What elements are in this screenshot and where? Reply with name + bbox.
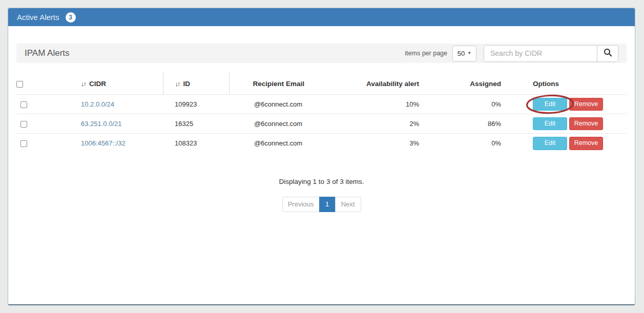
remove-button[interactable]: Remove [569, 98, 603, 111]
alert-count-badge: 3 [66, 12, 76, 23]
items-per-page-select[interactable]: 50 ▼ [452, 46, 476, 61]
cidr-link[interactable]: 63.251.0.0/21 [81, 120, 122, 128]
id-cell: 108323 [163, 134, 229, 153]
pagination-summary: Displaying 1 to 3 of 3 items. [16, 178, 627, 185]
id-cell: 109923 [163, 95, 229, 114]
pagination-next[interactable]: Next [335, 197, 361, 212]
availability-cell: 3% [328, 134, 425, 153]
search-icon [604, 48, 612, 58]
cidr-link[interactable]: 10.2.0.0/24 [81, 100, 114, 108]
alerts-table: ↓↑CIDR ↓↑ID Recipient Email Availability… [16, 72, 627, 153]
edit-button[interactable]: Edit [533, 117, 567, 131]
email-cell: @6connect.com [229, 134, 328, 153]
column-header-availability: Availability alert [328, 72, 425, 95]
search-group [484, 45, 618, 62]
items-per-page-value: 50 [458, 50, 465, 57]
search-button[interactable] [597, 46, 618, 61]
assigned-cell: 0% [425, 95, 505, 114]
panel-title: Active Alerts [17, 13, 59, 22]
cidr-link[interactable]: 1006:4567::/32 [81, 139, 126, 147]
sort-icon[interactable]: ↓↑ [175, 80, 180, 88]
column-header-assigned: Assigned [425, 72, 505, 95]
table-row: 63.251.0.0/21 16325 @6connect.com 2% 86%… [16, 114, 627, 134]
table-header-row: ↓↑CIDR ↓↑ID Recipient Email Availability… [16, 72, 627, 95]
id-cell: 16325 [163, 114, 229, 134]
table-row: 10.2.0.0/24 109923 @6connect.com 10% 0% … [16, 95, 627, 114]
row-checkbox[interactable] [20, 101, 27, 108]
pagination-group: Previous 1 Next [282, 197, 361, 212]
table-row: 1006:4567::/32 108323 @6connect.com 3% 0… [16, 134, 627, 153]
section-title: IPAM Alerts [25, 48, 70, 58]
select-all-checkbox[interactable] [16, 81, 23, 88]
row-checkbox[interactable] [20, 140, 27, 147]
items-per-page-label: items per page [405, 50, 447, 57]
assigned-cell: 86% [425, 114, 505, 134]
column-header-email: Recipient Email [229, 72, 328, 95]
sort-icon[interactable]: ↓↑ [81, 80, 86, 88]
pagination-page-1[interactable]: 1 [319, 197, 336, 212]
ipam-alerts-toolbar: IPAM Alerts items per page 50 ▼ [16, 44, 627, 63]
availability-cell: 2% [328, 114, 425, 134]
toolbar-controls: items per page 50 ▼ [405, 45, 618, 62]
panel-content: IPAM Alerts items per page 50 ▼ [8, 26, 635, 212]
remove-button[interactable]: Remove [569, 117, 603, 131]
pagination-previous[interactable]: Previous [282, 197, 320, 212]
availability-cell: 10% [328, 95, 425, 114]
panel-header: Active Alerts 3 [8, 8, 635, 26]
row-checkbox[interactable] [20, 121, 27, 128]
email-cell: @6connect.com [229, 114, 328, 134]
column-header-options: Options [505, 72, 627, 95]
column-header-cidr[interactable]: ↓↑CIDR [52, 72, 163, 95]
edit-button[interactable]: Edit [533, 137, 567, 150]
edit-button[interactable]: Edit [533, 98, 567, 111]
search-input[interactable] [484, 46, 597, 61]
pagination: Previous 1 Next [16, 197, 627, 212]
remove-button[interactable]: Remove [569, 137, 603, 150]
active-alerts-panel: Active Alerts 3 IPAM Alerts items per pa… [8, 8, 635, 305]
assigned-cell: 0% [425, 134, 505, 153]
column-header-id[interactable]: ↓↑ID [163, 72, 229, 95]
email-cell: @6connect.com [229, 95, 328, 114]
chevron-down-icon: ▼ [467, 51, 471, 55]
